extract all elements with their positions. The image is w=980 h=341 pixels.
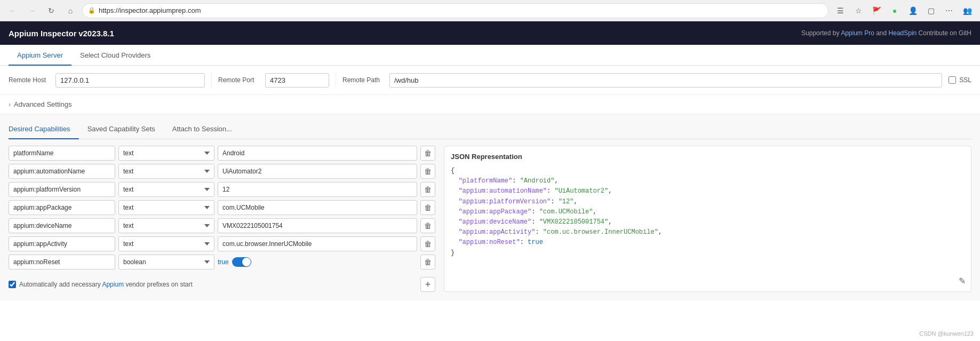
cap-delete-button[interactable]: 🗑 xyxy=(420,146,435,161)
appium-link[interactable]: Appium xyxy=(102,281,124,288)
json-key: "platformName" xyxy=(458,177,512,185)
cap-tab-bar: Desired Capabilities Saved Capability Se… xyxy=(9,114,971,139)
cap-name-input[interactable] xyxy=(9,164,115,179)
server-tab-bar: Appium Server Select Cloud Providers xyxy=(0,45,980,66)
forward-button[interactable]: → xyxy=(25,3,39,18)
json-title: JSON Representation xyxy=(451,153,965,161)
cap-name-input[interactable] xyxy=(9,182,115,197)
back-button[interactable]: ← xyxy=(5,3,20,18)
support-text: Supported by xyxy=(801,29,841,37)
ssl-section: SSL xyxy=(949,76,971,84)
tab-desired[interactable]: Desired Capabilities xyxy=(9,121,79,139)
cap-value-input[interactable] xyxy=(218,218,417,233)
browser-chrome: ← → ↻ ⌂ 🔒 https://inspector.appiumprep.c… xyxy=(0,0,980,21)
ssl-label: SSL xyxy=(959,76,971,84)
cap-type-select[interactable]: textnumberbooleanobjectarray xyxy=(118,200,214,215)
remote-port-input[interactable] xyxy=(265,73,329,88)
add-cap-button[interactable]: + xyxy=(420,277,435,292)
tab-appium-server[interactable]: Appium Server xyxy=(9,45,71,66)
chevron-right-icon: › xyxy=(9,101,11,108)
json-section: JSON Representation { "platformName": "A… xyxy=(444,146,971,292)
cap-value-input[interactable] xyxy=(218,146,417,161)
bottom-bar: Automatically add necessary Appium vendo… xyxy=(9,273,435,292)
cap-delete-button[interactable]: 🗑 xyxy=(420,236,435,251)
json-key: "appium:appPackage" xyxy=(458,208,531,216)
server-config: Remote Host Remote Port Remote Path SSL xyxy=(0,66,980,95)
cap-type-select[interactable]: textnumberbooleanobjectarray xyxy=(118,255,214,269)
browser-icons: ☰ ☆ 🚩 ● 👤 ▢ ⋯ 👥 xyxy=(833,3,975,18)
extensions-button[interactable]: ● xyxy=(887,3,902,18)
cap-type-select[interactable]: textnumberbooleanobjectarray xyxy=(118,164,214,179)
json-key: "appium:platformVersion" xyxy=(458,198,551,205)
advanced-label: Advanced Settings xyxy=(14,100,71,108)
advanced-toggle[interactable]: › Advanced Settings xyxy=(9,100,971,108)
ssl-checkbox[interactable] xyxy=(949,76,956,84)
toggle-track[interactable] xyxy=(232,257,251,267)
json-value: "Android" xyxy=(520,177,555,185)
reload-button[interactable]: ↻ xyxy=(44,3,59,18)
auto-prefix-text-2: vendor prefixes on start xyxy=(124,281,193,288)
auto-prefix-checkbox[interactable] xyxy=(9,281,16,288)
cap-delete-button[interactable]: 🗑 xyxy=(420,255,435,269)
cap-row: textnumberbooleanobjectarray 🗑 xyxy=(9,164,435,179)
json-value: "com.uc.browser.InnerUCMobile" xyxy=(543,228,658,236)
cap-type-select[interactable]: textnumberbooleanobjectarray xyxy=(118,236,214,251)
json-bool-value: true xyxy=(528,239,543,246)
appium-pro-link[interactable]: Appium Pro xyxy=(841,29,874,37)
tab-saved[interactable]: Saved Capability Sets xyxy=(79,121,164,139)
cap-name-input[interactable] xyxy=(9,218,115,233)
capabilities-table: textnumberbooleanobjectarray 🗑 textnumbe… xyxy=(9,146,435,292)
headspin-link[interactable]: HeadSpin xyxy=(889,29,917,37)
json-value: "com.UCMobile" xyxy=(539,208,593,216)
json-edit-button[interactable]: ✎ xyxy=(959,276,966,286)
main-content: Appium Server Select Cloud Providers Rem… xyxy=(0,45,980,341)
cap-type-select[interactable]: textnumberbooleanobjectarray xyxy=(118,146,214,161)
cap-name-input[interactable] xyxy=(9,236,115,251)
contribute-text: Contribute on GitH xyxy=(919,29,971,37)
advanced-settings: › Advanced Settings xyxy=(0,95,980,114)
cap-delete-button[interactable]: 🗑 xyxy=(420,164,435,179)
remote-host-label: Remote Host xyxy=(9,76,51,84)
auto-prefix-label: Automatically add necessary Appium vendo… xyxy=(19,281,193,288)
auto-prefix-text-1: Automatically add necessary xyxy=(19,281,102,288)
cap-row: textnumberbooleanobjectarray 🗑 xyxy=(9,146,435,161)
remote-host-input[interactable] xyxy=(55,73,205,88)
app-title-container: Appium Inspector v2023.8.1 xyxy=(9,29,114,38)
remote-port-label: Remote Port xyxy=(218,76,261,84)
cap-row: textnumberbooleanobjectarray true 🗑 xyxy=(9,255,435,269)
capabilities-layout: textnumberbooleanobjectarray 🗑 textnumbe… xyxy=(9,146,971,292)
json-value: "VMX0222105001754" xyxy=(539,218,609,226)
address-bar[interactable]: 🔒 https://inspector.appiumprep.com xyxy=(82,3,828,18)
cap-name-input[interactable] xyxy=(9,255,115,269)
cap-value-input[interactable] xyxy=(218,164,417,179)
tab-attach[interactable]: Attach to Session... xyxy=(164,121,241,139)
toggle-switch[interactable]: true xyxy=(218,257,251,267)
cap-row: textnumberbooleanobjectarray 🗑 xyxy=(9,236,435,251)
cap-value-input[interactable] xyxy=(218,236,417,251)
cap-type-select[interactable]: textnumberbooleanobjectarray xyxy=(118,182,214,197)
browser-settings-button[interactable]: ⋯ xyxy=(942,3,957,18)
remote-port-field: Remote Port xyxy=(218,73,329,88)
tab-cloud-providers[interactable]: Select Cloud Providers xyxy=(71,45,159,66)
cap-value-input[interactable] xyxy=(218,200,417,215)
cap-delete-button[interactable]: 🗑 xyxy=(420,218,435,233)
home-button[interactable]: ⌂ xyxy=(63,3,78,18)
cap-delete-button[interactable]: 🗑 xyxy=(420,182,435,197)
cap-delete-button[interactable]: 🗑 xyxy=(420,200,435,215)
cap-name-input[interactable] xyxy=(9,200,115,215)
capabilities-section: Desired Capabilities Saved Capability Se… xyxy=(0,114,980,300)
remote-path-input[interactable] xyxy=(389,73,942,88)
lock-icon: 🔒 xyxy=(88,7,95,14)
collections-button[interactable]: 🚩 xyxy=(869,3,884,18)
remote-path-field: Remote Path xyxy=(342,73,942,88)
cap-name-input[interactable] xyxy=(9,146,115,161)
app-header-right: Supported by Appium Pro and HeadSpin Con… xyxy=(801,29,971,37)
favorites-button[interactable]: ☆ xyxy=(851,3,866,18)
toggle-thumb xyxy=(242,258,251,266)
cap-value-input[interactable] xyxy=(218,182,417,197)
split-view-button[interactable]: ▢ xyxy=(923,3,938,18)
cap-type-select[interactable]: textnumberbooleanobjectarray xyxy=(118,218,214,233)
reader-mode-button[interactable]: ☰ xyxy=(833,3,848,18)
profile-button[interactable]: 👤 xyxy=(905,3,920,18)
more-button[interactable]: 👥 xyxy=(960,3,975,18)
